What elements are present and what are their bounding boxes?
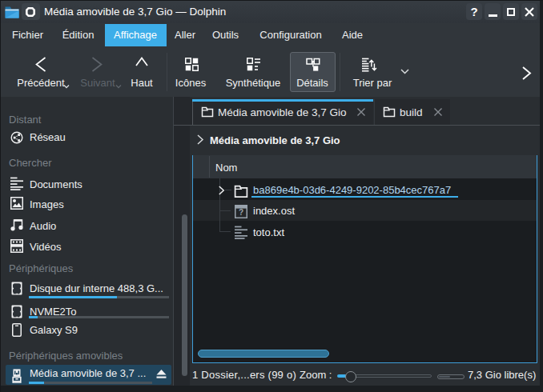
- svg-text:?: ?: [239, 208, 243, 217]
